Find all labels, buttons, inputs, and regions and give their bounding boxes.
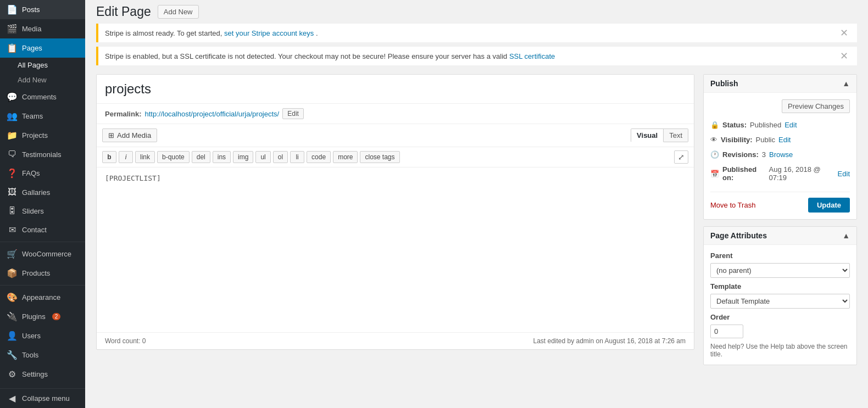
add-new-button[interactable]: Add New — [158, 5, 199, 19]
calendar-icon: 📅 — [710, 170, 719, 178]
format-code[interactable]: code — [307, 151, 331, 163]
sidebar-divider2 — [0, 285, 85, 286]
sidebar-item-projects[interactable]: 📁 Projects — [0, 126, 85, 145]
publish-metabox-body: Preview Changes 🔒 Status: Published Edit… — [704, 93, 856, 219]
notice2-close-button[interactable]: ✕ — [838, 51, 850, 61]
tab-text[interactable]: Text — [664, 128, 688, 142]
view-tabs: Visual Text — [631, 128, 688, 142]
format-close-tags[interactable]: close tags — [360, 151, 399, 163]
sidebar-item-settings[interactable]: ⚙ Settings — [0, 365, 85, 384]
main-area: Edit Page Add New Stripe is almost ready… — [85, 0, 868, 408]
sliders-icon: 🎛 — [7, 206, 18, 216]
editor-box: Permalink: http://localhost/project/offi… — [96, 74, 694, 350]
format-del[interactable]: del — [192, 151, 210, 163]
template-select[interactable]: Default Template — [710, 294, 850, 309]
format-li[interactable]: li — [290, 151, 304, 163]
permalink-bar: Permalink: http://localhost/project/offi… — [97, 104, 694, 124]
format-ins[interactable]: ins — [213, 151, 231, 163]
sidebar-item-users[interactable]: 👤 Users — [0, 326, 85, 345]
sidebar-item-posts[interactable]: 📄 Posts — [0, 0, 85, 19]
publish-status-row: 🔒 Status: Published Edit — [710, 118, 850, 132]
publish-actions: Move to Trash Update — [710, 192, 850, 213]
publish-metabox: Publish ▲ Preview Changes 🔒 Status: Publ… — [703, 74, 857, 220]
editor-content[interactable]: [PROJECTLIST] — [97, 167, 694, 332]
editor-format-bar: b i link b-quote del ins img ul ol li co… — [97, 147, 694, 167]
visibility-edit-link[interactable]: Edit — [778, 136, 791, 144]
format-bquote[interactable]: b-quote — [157, 151, 190, 163]
sidebar-item-tools[interactable]: 🔧 Tools — [0, 345, 85, 365]
publish-visibility-row: 👁 Visibility: Public Edit — [710, 132, 850, 147]
parent-select[interactable]: (no parent) — [710, 263, 850, 278]
tools-icon: 🔧 — [7, 350, 18, 360]
status-icon: 🔒 — [710, 121, 719, 129]
collapse-menu[interactable]: ◀ Collapse menu — [0, 388, 85, 408]
sidebar-item-teams[interactable]: 👥 Teams — [0, 107, 85, 126]
comments-icon: 💬 — [7, 92, 18, 102]
format-link[interactable]: link — [135, 151, 155, 163]
order-input[interactable] — [710, 325, 743, 338]
teams-icon: 👥 — [7, 111, 18, 121]
revisions-icon: 🕐 — [710, 150, 719, 159]
sidebar-item-woocommerce[interactable]: 🛒 WooCommerce — [0, 244, 85, 264]
order-label: Order — [710, 313, 850, 321]
publish-date-row: 📅 Published on: Aug 16, 2018 @ 07:19 Edi… — [710, 162, 850, 185]
sidebar-item-galleries[interactable]: 🖼 Gallaries — [0, 183, 85, 202]
settings-icon: ⚙ — [7, 369, 18, 379]
published-date-edit-link[interactable]: Edit — [838, 170, 850, 178]
status-edit-link[interactable]: Edit — [784, 121, 797, 129]
format-ul[interactable]: ul — [255, 151, 270, 163]
format-ol[interactable]: ol — [273, 151, 288, 163]
expand-editor-button[interactable]: ⤢ — [674, 150, 688, 164]
sidebar-item-plugins[interactable]: 🔌 Plugins 2 — [0, 307, 85, 326]
publish-metabox-header: Publish ▲ — [704, 75, 856, 93]
products-icon: 📦 — [7, 268, 18, 278]
tab-visual[interactable]: Visual — [631, 128, 664, 142]
move-to-trash-button[interactable]: Move to Trash — [710, 201, 755, 209]
shortcode-content: [PROJECTLIST] — [105, 174, 161, 182]
page-attributes-metabox: Page Attributes ▲ Parent (no parent) Tem… — [703, 226, 857, 365]
publish-toggle-button[interactable]: ▲ — [842, 79, 850, 88]
testimonials-icon: 🗨 — [7, 149, 18, 159]
appearance-icon: 🎨 — [7, 292, 18, 303]
format-bold[interactable]: b — [102, 151, 116, 163]
update-button[interactable]: Update — [808, 198, 850, 213]
notice1-close-button[interactable]: ✕ — [838, 28, 850, 38]
page-name-input[interactable] — [97, 75, 694, 104]
permalink-link[interactable]: http://localhost/project/official/urja/p… — [144, 110, 279, 118]
add-media-icon: ⊞ — [108, 131, 114, 139]
sidebar-item-comments[interactable]: 💬 Comments — [0, 87, 85, 107]
permalink-edit-button[interactable]: Edit — [282, 108, 304, 119]
sidebar-item-pages[interactable]: 📋 Pages — [0, 38, 85, 58]
editor-footer: Word count: 0 Last edited by admin on Au… — [97, 332, 694, 349]
sidebar-item-contact[interactable]: ✉ Contact — [0, 220, 85, 239]
revisions-browse-link[interactable]: Browse — [769, 150, 793, 159]
add-media-button[interactable]: ⊞ Add Media — [102, 128, 157, 142]
plugins-icon: 🔌 — [7, 311, 18, 322]
stripe-account-keys-link[interactable]: set your Stripe account keys — [224, 29, 314, 37]
preview-changes-button[interactable]: Preview Changes — [782, 99, 850, 113]
format-more[interactable]: more — [333, 151, 358, 163]
template-label: Template — [710, 282, 850, 290]
sidebar-divider — [0, 242, 85, 242]
page-attributes-toggle-button[interactable]: ▲ — [842, 231, 850, 240]
sidebar-item-sliders[interactable]: 🎛 Sliders — [0, 202, 85, 220]
publish-title: Publish — [710, 79, 738, 88]
visibility-icon: 👁 — [710, 136, 717, 144]
title-bar: Edit Page Add New — [85, 0, 868, 19]
help-text: Need help? Use the Help tab above the sc… — [710, 343, 850, 358]
sidebar-sub-add-new[interactable]: Add New — [0, 72, 85, 87]
sidebar-item-testimonials[interactable]: 🗨 Testimonials — [0, 145, 85, 164]
sidebar-item-products[interactable]: 📦 Products — [0, 264, 85, 283]
format-italic[interactable]: i — [119, 151, 133, 163]
right-sidebar: Publish ▲ Preview Changes 🔒 Status: Publ… — [703, 74, 857, 399]
projects-icon: 📁 — [7, 130, 18, 141]
format-img[interactable]: img — [233, 151, 253, 163]
sidebar-item-media[interactable]: 🎬 Media — [0, 19, 85, 38]
faqs-icon: ❓ — [7, 168, 18, 178]
ssl-certificate-link[interactable]: SSL certificate — [509, 52, 555, 60]
pages-icon: 📋 — [7, 43, 18, 53]
woocommerce-icon: 🛒 — [7, 249, 18, 259]
sidebar-sub-all-pages[interactable]: All Pages — [0, 58, 85, 72]
sidebar-item-appearance[interactable]: 🎨 Appearance — [0, 288, 85, 307]
sidebar-item-faqs[interactable]: ❓ FAQs — [0, 164, 85, 183]
